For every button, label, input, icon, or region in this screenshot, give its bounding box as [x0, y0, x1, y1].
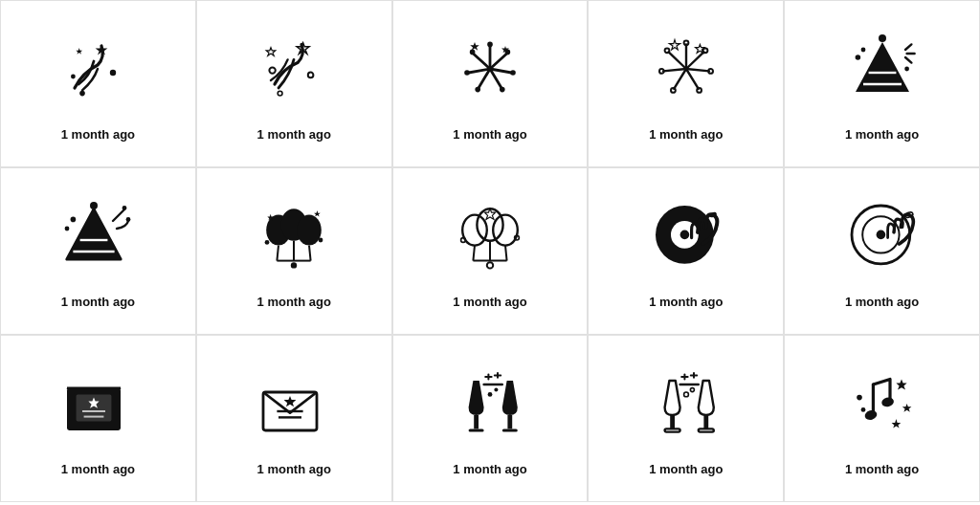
svg-point-21	[475, 87, 480, 93]
svg-point-45	[879, 34, 886, 42]
champagne-outline-icon	[643, 361, 729, 447]
timestamp-7: 1 month ago	[257, 295, 331, 309]
svg-line-31	[663, 69, 686, 71]
svg-marker-9	[266, 48, 276, 56]
svg-point-6	[270, 67, 276, 73]
list-item[interactable]: 1 month ago	[392, 167, 589, 335]
envelope-outline-icon	[251, 361, 337, 447]
svg-point-82	[461, 238, 466, 243]
timestamp-11: 1 month ago	[61, 462, 135, 476]
svg-point-20	[500, 87, 505, 93]
svg-rect-114	[664, 428, 679, 431]
svg-marker-99	[284, 396, 297, 406]
icon-grid: 1 month ago 1 month ago	[0, 0, 980, 502]
svg-point-33	[683, 40, 688, 45]
timestamp-8: 1 month ago	[453, 295, 526, 309]
svg-point-107	[488, 392, 493, 397]
fireworks-1-icon	[447, 26, 533, 112]
list-item[interactable]: 1 month ago	[196, 0, 392, 167]
svg-point-56	[90, 202, 98, 209]
list-item[interactable]: 1 month ago	[392, 0, 589, 167]
svg-rect-103	[469, 428, 484, 431]
svg-point-65	[297, 215, 322, 246]
timestamp-5: 1 month ago	[845, 127, 919, 142]
timestamp-6: 1 month ago	[61, 295, 135, 309]
svg-point-4	[71, 75, 76, 79]
svg-rect-105	[502, 428, 518, 431]
svg-rect-104	[507, 415, 512, 428]
svg-line-62	[278, 246, 279, 261]
svg-point-2	[110, 70, 116, 76]
list-item[interactable]: 1 month ago	[588, 167, 784, 335]
list-item[interactable]: 1 month ago	[196, 335, 392, 502]
list-item[interactable]: 1 month ago	[588, 0, 784, 167]
svg-point-71	[265, 240, 270, 245]
timestamp-13: 1 month ago	[453, 462, 526, 476]
svg-point-59	[71, 217, 77, 223]
timestamp-12: 1 month ago	[257, 462, 331, 476]
svg-line-27	[686, 52, 703, 69]
svg-point-51	[860, 48, 865, 53]
list-item[interactable]: 1 month ago	[0, 167, 196, 335]
timestamp-14: 1 month ago	[649, 462, 723, 476]
svg-point-130	[860, 407, 865, 412]
svg-point-118	[683, 392, 688, 397]
svg-point-50	[904, 67, 909, 72]
timestamp-9: 1 month ago	[649, 295, 723, 309]
svg-point-49	[855, 55, 860, 60]
svg-point-36	[697, 88, 702, 93]
svg-rect-113	[670, 415, 675, 428]
svg-point-72	[319, 238, 323, 243]
list-item[interactable]: 1 month ago	[196, 167, 392, 335]
svg-marker-40	[669, 40, 679, 50]
list-item[interactable]: 1 month ago	[0, 0, 196, 167]
svg-marker-126	[896, 379, 906, 389]
svg-point-125	[880, 396, 895, 408]
svg-line-48	[905, 57, 911, 63]
list-item[interactable]: 1 month ago	[392, 335, 589, 502]
svg-point-22	[464, 70, 470, 76]
svg-point-91	[876, 231, 885, 240]
svg-point-39	[664, 48, 669, 53]
party-hat-2-icon	[55, 193, 141, 279]
champagne-filled-icon	[447, 361, 533, 447]
timestamp-15: 1 month ago	[845, 462, 919, 476]
svg-point-87	[679, 231, 689, 240]
svg-line-79	[505, 246, 507, 261]
balloons-filled-icon	[251, 193, 337, 279]
svg-line-29	[686, 69, 699, 89]
svg-point-57	[122, 206, 127, 210]
svg-point-58	[126, 217, 131, 222]
svg-point-7	[308, 73, 314, 78]
balloons-outline-icon	[447, 193, 533, 279]
svg-line-11	[490, 54, 507, 69]
svg-point-73	[291, 262, 297, 268]
svg-point-108	[494, 388, 498, 392]
svg-rect-115	[703, 415, 708, 428]
list-item[interactable]: 1 month ago	[0, 335, 196, 502]
timestamp-2: 1 month ago	[257, 127, 331, 142]
timestamp-3: 1 month ago	[453, 127, 526, 142]
svg-rect-102	[474, 415, 479, 428]
list-item[interactable]: 1 month ago	[588, 335, 784, 502]
svg-line-28	[686, 69, 709, 71]
svg-point-35	[708, 69, 713, 74]
list-item[interactable]: 1 month ago	[784, 335, 980, 502]
list-item[interactable]: 1 month ago	[784, 167, 980, 335]
svg-rect-116	[699, 428, 714, 431]
svg-point-119	[690, 388, 694, 392]
confetti-stars-1-icon	[55, 26, 141, 112]
confetti-stars-2-icon	[251, 26, 337, 112]
svg-line-75	[473, 246, 475, 261]
svg-point-129	[857, 395, 862, 401]
vinyl-hand-filled-icon	[643, 193, 729, 279]
svg-marker-127	[902, 404, 911, 412]
svg-point-38	[659, 69, 664, 74]
svg-point-81	[487, 262, 493, 268]
timestamp-4: 1 month ago	[649, 127, 723, 142]
fireworks-2-icon	[643, 26, 729, 112]
svg-point-17	[487, 42, 493, 48]
svg-point-19	[510, 70, 516, 76]
list-item[interactable]: 1 month ago	[784, 0, 980, 167]
svg-line-46	[905, 44, 911, 50]
